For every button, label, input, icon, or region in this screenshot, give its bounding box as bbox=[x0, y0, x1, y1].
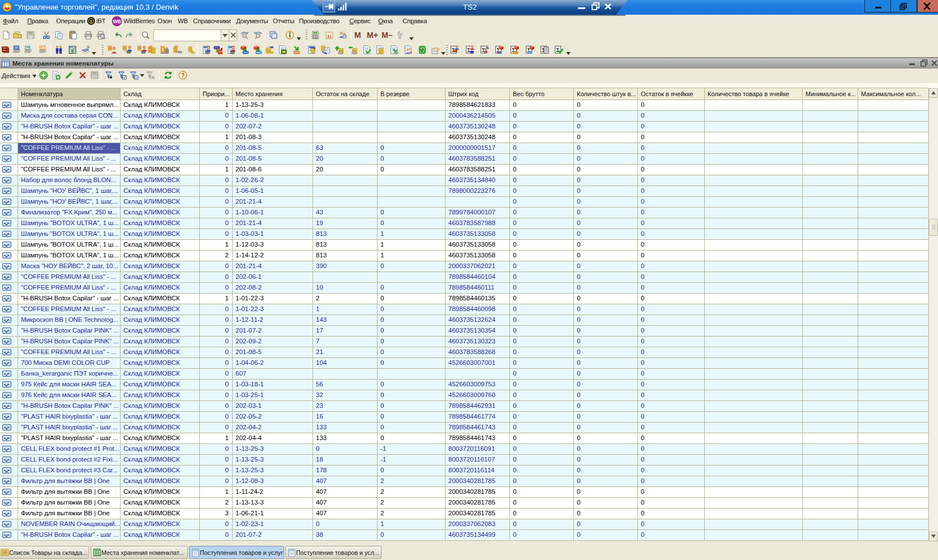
svg-text:WB: WB bbox=[113, 19, 121, 24]
svg-text:?: ? bbox=[181, 72, 185, 79]
svg-text:$: $ bbox=[90, 19, 93, 24]
svg-text:31: 31 bbox=[327, 34, 332, 39]
svg-text:ок: ок bbox=[93, 76, 96, 79]
